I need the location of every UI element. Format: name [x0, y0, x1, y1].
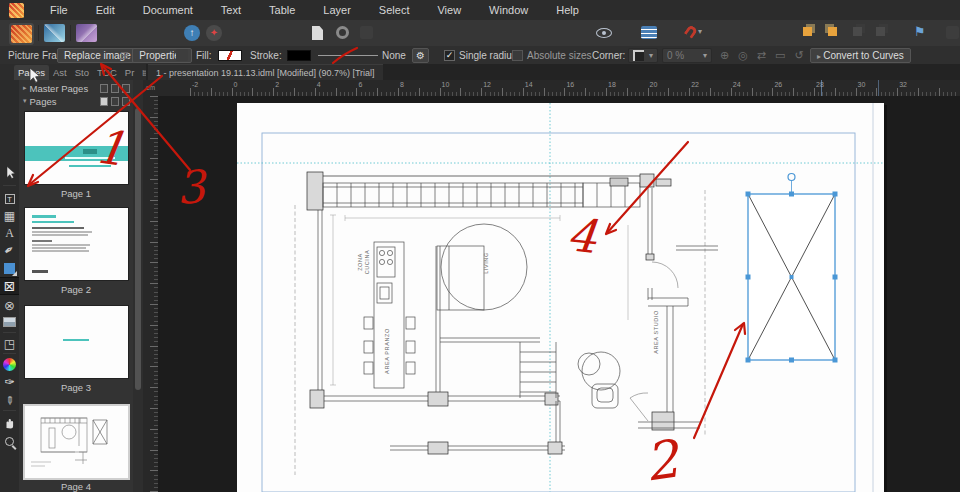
menu-window[interactable]: Window	[475, 0, 542, 20]
scrollbar-thumb[interactable]	[135, 108, 141, 390]
tab-assets[interactable]: Ast	[49, 65, 71, 80]
badge-icon[interactable]: ✦	[206, 25, 222, 41]
delete-page-icon[interactable]	[122, 97, 130, 106]
arrange-backward-icon	[853, 24, 862, 36]
plan-label-zona: ZONA	[357, 253, 363, 271]
rotate-icon: ⊕	[720, 49, 729, 62]
page-4-mini-plan	[25, 406, 128, 478]
corner-type-dropdown[interactable]: ▾	[628, 48, 658, 62]
ruler-label: -2	[192, 81, 198, 88]
page-1-thumbnail[interactable]	[25, 112, 128, 184]
menu-view[interactable]: View	[423, 0, 475, 20]
menu-document[interactable]: Document	[129, 0, 207, 20]
snapping-magnet-icon[interactable]: ▾	[686, 26, 702, 37]
menu-table[interactable]: Table	[255, 0, 309, 20]
zoom-tool[interactable]	[0, 433, 19, 449]
menu-select[interactable]: Select	[365, 0, 424, 20]
single-radius-checkbox[interactable]: ✓Single radius	[444, 48, 517, 62]
pages-section[interactable]: ▾ Pages	[19, 95, 133, 107]
add-page-icon[interactable]	[100, 97, 108, 106]
artistic-text-tool[interactable]: A	[0, 225, 19, 241]
master-pages-section[interactable]: ▸ Master Pages	[19, 82, 133, 94]
menu-bar: File Edit Document Text Table Layer Sele…	[0, 0, 960, 21]
preview-mode-icon[interactable]	[596, 28, 612, 38]
picture-frame-icon: ⊠	[4, 278, 16, 294]
frame-text-tool[interactable]: T	[0, 191, 19, 207]
picture-frame-ellipse-tool[interactable]: ⊗	[0, 297, 19, 313]
tab-toc[interactable]: TOC	[93, 65, 121, 80]
stroke-swatch[interactable]	[287, 50, 311, 61]
rectangle-icon	[4, 263, 15, 274]
duplicate-page-icon[interactable]	[111, 97, 119, 106]
fill-swatch[interactable]	[218, 50, 242, 61]
vector-crop-tool[interactable]: ◳	[0, 336, 19, 352]
color-wheel-tool[interactable]	[0, 356, 19, 372]
arrange-front-icon[interactable]	[803, 24, 812, 36]
save-document-icon	[360, 26, 373, 39]
corner-radius-dropdown[interactable]: 0 %▾	[662, 48, 712, 62]
page-3-label: Page 3	[19, 382, 133, 393]
page-4-label: Page 4	[19, 481, 133, 492]
corner-label: Corner:	[592, 50, 625, 61]
arrange-forward-icon[interactable]	[828, 24, 837, 36]
page-3-thumbnail[interactable]	[25, 306, 128, 378]
tab-pages[interactable]: Pages	[14, 65, 49, 80]
ruler-label: 8	[400, 81, 404, 88]
ruler-label: 28	[816, 81, 824, 88]
ruler-cursor-indicator	[821, 80, 822, 96]
page-2-label: Page 2	[19, 284, 133, 295]
table-icon: ▦	[4, 209, 15, 223]
tab-preflight[interactable]: Pr	[121, 65, 139, 80]
ruler-label: 18	[608, 81, 616, 88]
table-tool[interactable]: ▦	[0, 208, 19, 224]
view-hand-tool[interactable]	[0, 414, 19, 430]
expand-arrow-icon[interactable]: ▸	[23, 84, 27, 92]
pen-tool[interactable]: ✒	[0, 242, 19, 258]
menu-file[interactable]: File	[36, 0, 82, 20]
color-picker-tool[interactable]: ✏	[0, 392, 19, 408]
pen-icon: ✒	[1, 241, 17, 258]
move-tool[interactable]	[0, 164, 19, 180]
plan-label-area-studio: AREA STUDIO	[653, 310, 659, 354]
menu-layer[interactable]: Layer	[309, 0, 365, 20]
convert-to-curves-button[interactable]: ▸ Convert to Curves	[810, 48, 911, 63]
new-document-icon[interactable]	[312, 26, 323, 40]
picture-frame-rectangle-tool[interactable]: ⊠	[0, 278, 19, 294]
flag-icon[interactable]: ⚑	[914, 24, 926, 39]
open-document-icon[interactable]	[336, 26, 349, 39]
tools-toolbar: T ▦ A ✒ ⊠ ⊗ ◳ ✑ ✏	[0, 80, 20, 492]
delete-master-page-icon[interactable]	[122, 84, 130, 93]
publisher-persona-icon[interactable]	[9, 23, 34, 45]
stroke-settings-gear-icon[interactable]: ⚙	[412, 48, 429, 63]
stroke-style-value[interactable]: None	[382, 50, 406, 61]
page-4-thumbnail[interactable]	[25, 406, 128, 478]
clipped-toolbar-icon[interactable]	[946, 26, 959, 39]
panel-toggle-icon[interactable]	[641, 26, 657, 39]
rotation-handle[interactable]	[788, 174, 795, 181]
rectangle-tool[interactable]	[0, 260, 19, 276]
menu-help[interactable]: Help	[542, 0, 593, 20]
menu-text[interactable]: Text	[207, 0, 255, 20]
horizontal-ruler: -202468101214161820222426283032	[158, 80, 960, 97]
menu-edit[interactable]: Edit	[82, 0, 129, 20]
document-canvas[interactable]: ZONA CUCINA AREA PRANZO LIVING AREA STUD…	[158, 96, 960, 492]
absolute-sizes-checkbox[interactable]: Absolute sizes	[512, 48, 591, 62]
ruler-label: 4	[317, 81, 321, 88]
place-image-tool[interactable]	[0, 314, 19, 330]
tab-stock[interactable]: Sto	[71, 65, 93, 80]
designer-persona-icon[interactable]	[44, 24, 65, 42]
document-tab[interactable]: 1 - presentation 19.11.13.idml [Modified…	[148, 64, 383, 81]
page-2-thumbnail[interactable]	[25, 208, 128, 280]
style-picker-tool[interactable]: ✑	[0, 374, 19, 390]
app-logo-icon[interactable]	[9, 3, 24, 18]
sync-icon[interactable]: ↑	[184, 25, 200, 41]
plan-label-living: LIVING	[483, 252, 489, 274]
pages-panel: ▸ Master Pages ▾ Pages Page 1	[19, 80, 133, 492]
stroke-width-slider[interactable]	[318, 48, 378, 62]
collapse-arrow-icon[interactable]: ▾	[23, 97, 27, 105]
page-shadow	[884, 105, 887, 492]
add-master-page-icon[interactable]	[100, 84, 108, 93]
duplicate-master-page-icon[interactable]	[111, 84, 119, 93]
picture-frame-selection[interactable]	[746, 174, 838, 363]
photo-persona-icon[interactable]	[76, 24, 97, 42]
